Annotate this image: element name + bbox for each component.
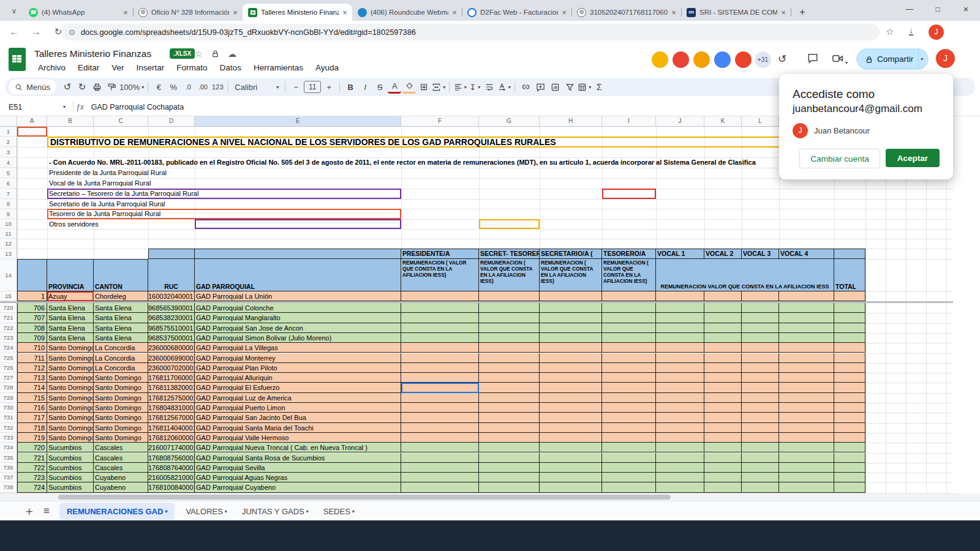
cell-B727[interactable]: Santo Domingo d	[47, 373, 94, 383]
cell-L735[interactable]	[742, 453, 779, 463]
menu-herramientas[interactable]: Herramientas	[249, 61, 308, 74]
cell-K724[interactable]	[704, 343, 742, 353]
column-header-H[interactable]: H	[540, 116, 602, 127]
anonymous-animal-avatar[interactable]	[671, 50, 690, 69]
cell-C731[interactable]: Santo Domingo	[94, 413, 148, 422]
cell-I720[interactable]	[602, 303, 656, 313]
row-header-737[interactable]: 737	[0, 473, 17, 482]
cell-A734[interactable]: 720	[17, 443, 47, 452]
cell-N735[interactable]	[834, 453, 865, 463]
cell-H720[interactable]	[540, 303, 602, 313]
cell-C720[interactable]: Santa Elena	[94, 303, 148, 313]
drive-status-icon[interactable]: ☁	[228, 49, 236, 59]
header-provincia[interactable]: PROVINCIA	[47, 259, 94, 291]
anonymous-animal-avatar[interactable]	[692, 50, 711, 69]
cell-J733[interactable]	[656, 433, 704, 443]
cell-E725[interactable]: GAD Parroquial Monterrey	[195, 353, 401, 363]
cell-M721[interactable]	[779, 313, 834, 323]
header-canton[interactable]: CANTON	[94, 259, 148, 291]
row-header-14[interactable]: 14	[0, 259, 17, 291]
cell-H729[interactable]	[540, 393, 602, 403]
tab-close-icon[interactable]: ×	[780, 8, 787, 17]
cell-K738[interactable]	[704, 482, 742, 492]
cell-B730[interactable]: Santo Domingo d	[47, 403, 94, 413]
header-ruc[interactable]: RUC	[148, 259, 195, 291]
row-header-736[interactable]: 736	[0, 463, 17, 473]
undo-icon[interactable]: ↺	[61, 80, 74, 94]
row-header-734[interactable]: 734	[0, 443, 17, 452]
cell-J725[interactable]	[656, 353, 704, 363]
row-header-8[interactable]: 8	[0, 199, 17, 209]
cell-A722[interactable]: 708	[17, 323, 47, 333]
tab-close-icon[interactable]: ×	[122, 8, 129, 17]
cell-J723[interactable]	[656, 333, 704, 343]
cell-G725[interactable]	[479, 353, 540, 363]
cell-K737[interactable]	[704, 473, 742, 482]
cell-note-B4[interactable]: - Con Acuerdo No. MRL-2011-00183, public…	[49, 157, 864, 168]
cell-K732[interactable]	[704, 423, 742, 433]
cell-F733[interactable]	[401, 433, 479, 443]
cell-G732[interactable]	[479, 423, 540, 433]
header-row13-M[interactable]: VOCAL 4	[779, 249, 834, 259]
cell-L733[interactable]	[742, 433, 779, 443]
cell-E736[interactable]: GAD Parroquial Sevilla	[195, 463, 401, 473]
cell-I725[interactable]	[602, 353, 656, 363]
header-row13-L[interactable]: VOCAL 3	[742, 249, 779, 259]
cell-B735[interactable]: Sucumbios	[47, 453, 94, 463]
menu-datos[interactable]: Datos	[215, 61, 246, 74]
fill-color-icon[interactable]	[402, 81, 416, 94]
account-avatar[interactable]: J	[936, 49, 955, 68]
cell-M15[interactable]	[779, 291, 834, 301]
cell-F726[interactable]	[401, 363, 479, 373]
forward-icon[interactable]: →	[28, 24, 44, 40]
tab-close-icon[interactable]: ×	[232, 8, 239, 17]
cell-F738[interactable]	[401, 482, 479, 492]
cell-N733[interactable]	[834, 433, 865, 443]
sheet-tab-menu-icon[interactable]: ▾	[225, 509, 227, 514]
cell-N720[interactable]	[834, 303, 865, 313]
cell-B737[interactable]: Sucumbios	[47, 473, 94, 482]
cell-L729[interactable]	[742, 393, 779, 403]
video-call-icon[interactable]: ▾	[832, 53, 848, 67]
tab-search-icon[interactable]: ∨	[6, 4, 22, 18]
cell-B723[interactable]: Santa Elena	[47, 333, 94, 343]
header-total[interactable]: TOTAL	[834, 259, 865, 291]
cell-M738[interactable]	[779, 482, 834, 492]
cell-H732[interactable]	[540, 423, 602, 433]
cell-L734[interactable]	[742, 443, 779, 452]
cell-G728[interactable]	[479, 383, 540, 392]
cell-D15[interactable]: 160032040001	[148, 291, 195, 301]
cell-G729[interactable]	[479, 393, 540, 403]
column-header-E[interactable]: E	[195, 116, 401, 127]
cell-B733[interactable]: Santo Domingo d	[47, 433, 94, 443]
cell-G723[interactable]	[479, 333, 540, 343]
row-header-10[interactable]: 10	[0, 219, 17, 229]
cell-M724[interactable]	[779, 343, 834, 353]
browser-profile-avatar[interactable]: J	[929, 24, 944, 40]
cell-N737[interactable]	[834, 473, 865, 482]
cell-C730[interactable]: Santo Domingo	[94, 403, 148, 413]
cell-E737[interactable]: GAD Parroquial Aguas Negras	[195, 473, 401, 482]
header-remun-merged[interactable]: REMUNERACION VALOR QUE CONSTA EN LA AFIL…	[656, 259, 834, 291]
cell-K728[interactable]	[704, 383, 742, 392]
cell-E720[interactable]: GAD Parroquial Colonche	[195, 303, 401, 313]
cell-F731[interactable]	[401, 413, 479, 422]
browser-tab[interactable]: ⊕3105202407176811706000120×	[571, 4, 681, 21]
browser-tab[interactable]: SRISRI - SISTEMA DE COMPROBA×	[681, 4, 791, 21]
cell-J15[interactable]	[656, 291, 704, 301]
merge-cells-icon[interactable]: ▾	[432, 80, 445, 94]
cell-D723[interactable]: 968537500001	[148, 333, 195, 343]
sheet-tab[interactable]: REMUNERACIONES GAD▾	[59, 503, 175, 520]
row-header-2[interactable]: 2	[0, 137, 17, 147]
row-header-720[interactable]: 720	[0, 303, 17, 313]
cell-D730[interactable]: 1768048310001	[148, 403, 195, 413]
cell-C721[interactable]: Santa Elena	[94, 313, 148, 323]
cell-role-B6[interactable]: Vocal de la Junta Parroquial Rural	[49, 178, 398, 189]
cell-J737[interactable]	[656, 473, 704, 482]
toolbar-search[interactable]: Menús	[9, 80, 56, 94]
column-header-A[interactable]: A	[17, 116, 47, 127]
tab-close-icon[interactable]: ×	[341, 8, 349, 17]
cell-B736[interactable]: Sucumbios	[47, 463, 94, 473]
cell-E735[interactable]: GAD Parroquial Santa Rosa de Sucumbios	[195, 453, 401, 463]
cell-C728[interactable]: Santo Domingo	[94, 383, 148, 392]
